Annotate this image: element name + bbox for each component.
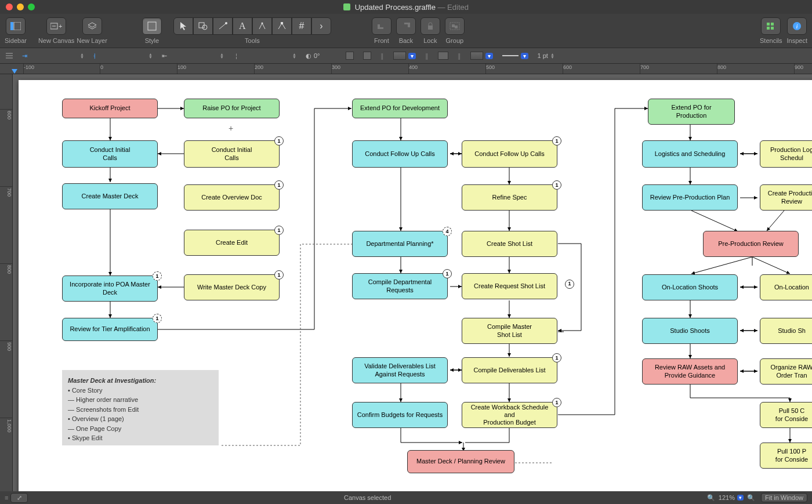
inspect-button[interactable]: i <box>787 17 807 35</box>
tool-pen[interactable] <box>252 17 272 35</box>
tool-point[interactable] <box>272 17 292 35</box>
zoom-out-button[interactable]: 🔍 <box>707 494 715 502</box>
horizontal-ruler[interactable]: -100 0 100 200 300 400 500 600 700 800 9… <box>0 64 812 74</box>
opt-flip-v[interactable] <box>361 52 374 60</box>
badge: 1 <box>552 353 561 362</box>
opt-field-1[interactable]: ▲▼ <box>34 53 86 59</box>
ruler-tick: 600 <box>0 109 12 119</box>
node-incorporate-poa[interactable]: Incorporate into POA Master Deck1 <box>62 275 158 302</box>
stencils-button[interactable] <box>761 17 781 35</box>
node-create-req-shotlist[interactable]: Create Request Shot List1 <box>462 273 557 299</box>
opt-flip-h[interactable] <box>343 52 356 60</box>
status-handle-icon[interactable]: ≡ <box>5 494 8 501</box>
node-pull-100[interactable]: Pull 100 P for Conside <box>760 443 812 469</box>
note-line: • Core Story <box>68 386 213 396</box>
opt-shadow[interactable] <box>436 52 451 60</box>
node-review-preprod[interactable]: Review Pre-Production Plan <box>642 184 738 211</box>
node-validate-deliv[interactable]: Validate Deliverables List Against Reque… <box>352 357 448 383</box>
tool-select[interactable] <box>173 17 193 35</box>
node-studio-yellow[interactable]: Studio Sh <box>760 318 812 344</box>
vertical-ruler[interactable]: 600 700 800 900 1,000 <box>0 74 13 491</box>
tool-crop[interactable]: # <box>292 17 311 35</box>
add-handle[interactable]: + <box>229 124 233 133</box>
node-create-prod-review[interactable]: Create Productio Review <box>760 184 812 211</box>
node-create-workback[interactable]: Create Workback Schedule and Production … <box>462 402 557 428</box>
opt-stroke-width[interactable]: 1 pt ▲▼ <box>535 52 557 59</box>
sidebar-group: Sidebar <box>5 17 27 44</box>
opt-field-4[interactable]: ▲▼ <box>246 53 299 59</box>
canvas-plus-icon: + <box>50 22 62 30</box>
node-create-master-deck[interactable]: Create Master Deck <box>62 183 158 209</box>
main-toolbar: Sidebar + New Canvas New Layer Style <box>0 14 812 48</box>
opt-stroke-color[interactable]: ▾ <box>468 52 495 60</box>
canvas-viewport[interactable]: Kickoff Project Conduct Initial Calls Cr… <box>13 74 812 491</box>
node-refine-spec[interactable]: Refine Spec1 <box>462 184 557 211</box>
bring-front-button[interactable] <box>372 17 392 35</box>
node-onlocation-yellow[interactable]: On-Location <box>760 274 812 300</box>
node-followup-yellow[interactable]: Conduct Follow Up Calls1 <box>462 140 557 168</box>
toggle-sidebar-button[interactable] <box>6 17 26 35</box>
node-create-shotlist[interactable]: Create Shot List <box>462 231 557 257</box>
node-onlocation-blue[interactable]: On-Location Shoots <box>642 274 738 300</box>
fit-window-button[interactable]: Fit in Window <box>761 493 807 502</box>
opt-fill[interactable]: ▾ <box>391 52 418 60</box>
opt-field-2[interactable]: ▲▼ <box>103 53 155 59</box>
opt-rotation[interactable]: ◐ 0° <box>303 52 322 60</box>
send-back-button[interactable] <box>396 17 416 35</box>
node-followup-blue[interactable]: Conduct Follow Up Calls <box>352 140 448 168</box>
node-organize-raw[interactable]: Organize RAW Order Tran <box>760 358 812 385</box>
tool-more[interactable]: › <box>311 17 331 35</box>
node-extend-dev[interactable]: Extend PO for Development <box>352 99 448 118</box>
stroke-style-menu[interactable]: ▾ <box>521 53 528 59</box>
pointer-icon <box>179 21 187 31</box>
note-master-deck[interactable]: Master Deck at Investigation: • Core Sto… <box>62 370 219 445</box>
style-button[interactable] <box>142 17 162 35</box>
new-canvas-button[interactable]: + <box>46 17 66 35</box>
opt-indent-icon[interactable]: ⸡ <box>91 52 98 60</box>
opt-stroke-style[interactable]: ▾ <box>500 53 531 59</box>
opt-lineheight[interactable]: ￤ <box>231 52 242 60</box>
tool-shape[interactable] <box>193 17 213 35</box>
opt-tab-right[interactable]: ⇤ <box>160 52 169 60</box>
lock-label: Lock <box>423 37 437 44</box>
node-dept-planning[interactable]: Departmental Planning*4 <box>352 231 448 257</box>
fill-menu[interactable]: ▾ <box>408 53 416 59</box>
node-write-master-copy[interactable]: Write Master Deck Copy1 <box>184 274 280 300</box>
node-review-raw[interactable]: Review RAW Assets and Provide Guidance <box>642 358 738 385</box>
zoom-menu[interactable]: ▾ <box>737 495 744 501</box>
node-compile-master-shot[interactable]: Compile Master Shot List <box>462 318 557 344</box>
node-kickoff[interactable]: Kickoff Project <box>62 99 158 118</box>
group-button[interactable] <box>445 17 465 35</box>
svg-marker-7 <box>180 22 186 30</box>
node-compile-deliv[interactable]: Compile Deliverables List1 <box>462 357 557 383</box>
status-expand-button[interactable]: ⤢ <box>10 493 28 503</box>
node-compile-dept-req[interactable]: Compile Departmental Requests1 <box>352 273 448 299</box>
new-layer-button[interactable] <box>82 17 102 35</box>
status-message: Canvas selected <box>28 494 706 501</box>
tool-text[interactable]: A <box>233 17 252 35</box>
canvas-page[interactable]: Kickoff Project Conduct Initial Calls Cr… <box>19 80 812 491</box>
node-studio-blue[interactable]: Studio Shoots <box>642 318 738 344</box>
opt-list-icon[interactable] <box>3 52 15 59</box>
node-raise-po[interactable]: Raise PO for Project <box>184 99 280 118</box>
opt-tab-left[interactable]: ⇥ <box>20 52 30 60</box>
node-logistics[interactable]: Logistics and Scheduling <box>642 140 738 168</box>
zoom-in-button[interactable]: 🔍 <box>747 494 755 502</box>
opt-field-3[interactable]: ▲▼ <box>174 53 226 59</box>
ruler-playhead[interactable] <box>12 69 17 74</box>
node-preprod-review[interactable]: Pre-Production Review <box>703 231 799 257</box>
node-conduct-initial-yellow[interactable]: Conduct Initial Calls1 <box>184 140 280 168</box>
node-create-edit[interactable]: Create Edit1 <box>184 230 280 256</box>
lock-button[interactable] <box>420 17 440 35</box>
tool-line[interactable] <box>213 17 233 35</box>
node-pull-50[interactable]: Pull 50 C for Conside <box>760 402 812 428</box>
node-prod-log-sched[interactable]: Production Log Schedul <box>760 140 812 168</box>
node-create-overview[interactable]: Create Overview Doc1 <box>184 184 280 211</box>
badge: 1 <box>565 280 574 289</box>
node-confirm-budgets[interactable]: Confirm Budgets for Requests <box>352 402 448 428</box>
node-extend-prod[interactable]: Extend PO for Production <box>648 99 735 125</box>
node-review-tier[interactable]: Review for Tier Amplification1 <box>62 318 158 341</box>
stroke-color-menu[interactable]: ▾ <box>485 53 493 59</box>
node-master-review[interactable]: Master Deck / Planning Review <box>407 450 514 473</box>
node-conduct-initial-blue[interactable]: Conduct Initial Calls <box>62 140 158 168</box>
